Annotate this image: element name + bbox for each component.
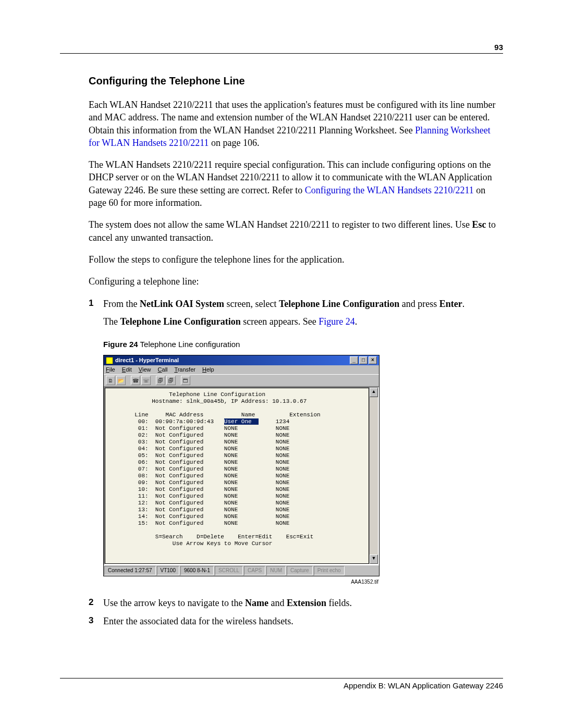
minimize-button[interactable]: _ <box>350 356 358 364</box>
close-button[interactable]: × <box>369 356 377 364</box>
s1-b3: Enter <box>439 299 462 309</box>
status-emulation: VT100 <box>157 566 179 575</box>
menu-file[interactable]: File <box>106 366 115 373</box>
scroll-up-icon[interactable]: ▲ <box>370 388 378 397</box>
status-baud: 9600 8-N-1 <box>180 566 214 575</box>
figure-label: Figure 24 <box>103 340 138 349</box>
step-1-p2: The Telephone Line Configuration screen … <box>103 315 503 328</box>
terminal-output[interactable]: Telephone Line Configuration Hostname: s… <box>105 388 369 564</box>
page-footer: Appendix B: WLAN Application Gateway 224… <box>344 681 503 690</box>
status-printecho: Print echo <box>314 566 345 575</box>
figure-caption: Figure 24 Telephone Line configuration <box>103 339 503 350</box>
window-title: direct1 - HyperTerminal <box>115 356 179 364</box>
s1p2-a: The <box>103 316 120 327</box>
tool-props-icon[interactable]: 🗔 <box>181 376 190 385</box>
bottom-rule <box>60 678 503 678</box>
tool-open-icon[interactable]: 📂 <box>116 376 126 385</box>
paragraph-3: The system does not allow the same WLAN … <box>89 218 503 244</box>
maximize-button[interactable]: □ <box>359 356 368 364</box>
tool-new-icon[interactable]: 🗎 <box>106 376 115 385</box>
step-1: 1 From the NetLink OAI System screen, se… <box>89 298 503 586</box>
menu-transfer[interactable]: Transfer <box>174 366 195 373</box>
scrollbar[interactable]: ▲ ▼ <box>369 388 378 564</box>
menu-edit[interactable]: Edit <box>122 366 132 373</box>
menu-help[interactable]: Help <box>202 366 214 373</box>
menu-bar: File Edit View Call Transfer Help <box>104 365 379 374</box>
status-num: NUM <box>266 566 286 575</box>
step-3-number: 3 <box>89 615 93 627</box>
page-number: 93 <box>494 43 503 52</box>
paragraph-2: The WLAN Handsets 2210/2211 require spec… <box>89 158 503 209</box>
esc-key: Esc <box>472 219 486 230</box>
s1-a: From the <box>103 299 140 309</box>
tool-call-icon[interactable]: ☎ <box>131 376 140 385</box>
s2-m: and <box>268 598 287 608</box>
figure-id: AAA1352.tif <box>103 578 378 586</box>
s1-c: screen, select <box>224 299 279 309</box>
tool-receive-icon[interactable]: 🗐 <box>166 376 176 385</box>
figure-caption-text: Telephone Line configuration <box>138 340 240 349</box>
step-3: 3 Enter the associated data for the wire… <box>89 615 503 627</box>
s1p2-d: . <box>355 316 358 327</box>
paragraph-4: Follow the steps to configure the teleph… <box>89 253 503 266</box>
app-icon <box>106 357 113 364</box>
s3-a: Enter the associated data for the wirele… <box>103 616 293 626</box>
hyperterminal-window: direct1 - HyperTerminal _ □ × File Edit … <box>103 355 380 576</box>
p1-text-b: on page 106. <box>209 138 259 148</box>
top-rule <box>60 53 503 54</box>
step-2: 2 Use the arrow keys to navigate to the … <box>89 597 503 609</box>
s2-c: fields. <box>326 598 352 608</box>
s1p2-b: Telephone Line Configuration <box>120 316 240 327</box>
step-1-number: 1 <box>89 298 93 310</box>
link-figure-24[interactable]: Figure 24 <box>319 316 355 327</box>
scroll-down-icon[interactable]: ▼ <box>370 554 378 564</box>
window-titlebar: direct1 - HyperTerminal _ □ × <box>104 355 379 365</box>
paragraph-5: Configuring a telephone line: <box>89 275 503 288</box>
status-connected: Connected 1:27:57 <box>104 566 156 575</box>
status-capture: Capture <box>287 566 313 575</box>
s2-a: Use the arrow keys to navigate to the <box>103 598 245 608</box>
status-bar: Connected 1:27:57 VT100 9600 8-N-1 SCROL… <box>104 565 379 576</box>
status-scroll: SCROLL <box>215 566 243 575</box>
s1p2-c: screen appears. See <box>241 316 319 327</box>
paragraph-1: Each WLAN Handset 2210/2211 that uses th… <box>89 98 503 149</box>
menu-call[interactable]: Call <box>158 366 168 373</box>
step-2-number: 2 <box>89 597 93 609</box>
s1-b1: NetLink OAI System <box>140 299 224 309</box>
status-caps: CAPS <box>244 566 265 575</box>
toolbar: 🗎 📂 ☎ ☏ 🗐 🗐 🗔 <box>104 374 379 387</box>
tool-hangup-icon[interactable]: ☏ <box>141 376 151 385</box>
tool-send-icon[interactable]: 🗐 <box>156 376 165 385</box>
p3-text-a: The system does not allow the same WLAN … <box>89 219 472 230</box>
terminal-area: Telephone Line Configuration Hostname: s… <box>104 387 379 565</box>
s1-b2: Telephone Line Configuration <box>279 299 399 309</box>
section-heading: Configuring the Telephone Line <box>89 74 503 88</box>
menu-view[interactable]: View <box>139 366 151 373</box>
s1-d: and press <box>399 299 439 309</box>
s2-b2: Extension <box>287 598 326 608</box>
link-configuring-handsets[interactable]: Configuring the WLAN Handsets 2210/2211 <box>305 185 474 195</box>
s2-b1: Name <box>245 598 268 608</box>
s1-e: . <box>462 299 465 309</box>
